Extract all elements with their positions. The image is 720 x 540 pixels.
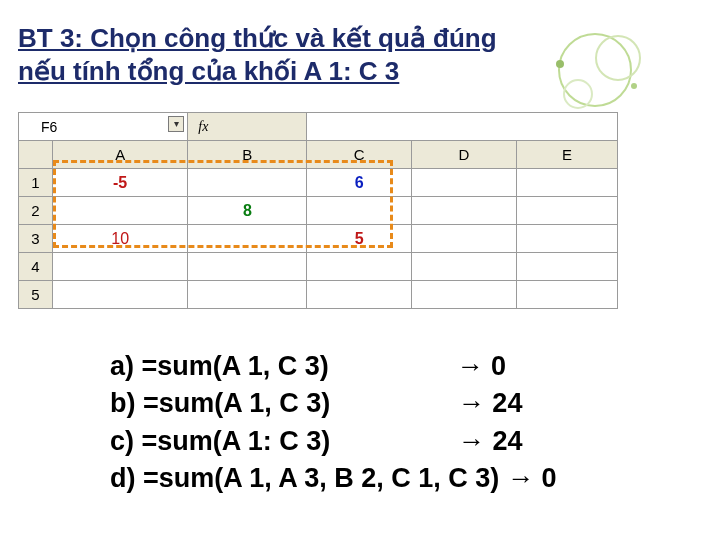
- arrow-icon: →: [507, 463, 534, 493]
- formula-bar: F6 ▾ fx: [19, 113, 618, 141]
- cell-D2[interactable]: [412, 197, 517, 225]
- answer-c: c) =sum(A 1: C 3) → 24: [110, 423, 556, 460]
- cell-E4[interactable]: [516, 253, 617, 281]
- cell-C1[interactable]: 6: [307, 169, 412, 197]
- answer-options: a) =sum(A 1, C 3) → 0 b) =sum(A 1, C 3) …: [110, 348, 556, 497]
- fx-label: fx: [188, 113, 307, 141]
- col-header-A[interactable]: A: [53, 141, 188, 169]
- row-3: 3 10 5: [19, 225, 618, 253]
- answer-a: a) =sum(A 1, C 3) → 0: [110, 348, 556, 385]
- cell-B5[interactable]: [188, 281, 307, 309]
- chevron-down-icon[interactable]: ▾: [168, 116, 184, 132]
- row-1: 1 -5 6: [19, 169, 618, 197]
- formula-input[interactable]: [307, 113, 618, 141]
- arrow-icon: →: [458, 426, 485, 456]
- row-header-4[interactable]: 4: [19, 253, 53, 281]
- svg-point-0: [559, 34, 631, 106]
- cell-A2[interactable]: [53, 197, 188, 225]
- row-5: 5: [19, 281, 618, 309]
- arrow-icon: →: [456, 351, 483, 381]
- name-box[interactable]: F6 ▾: [19, 113, 188, 141]
- cell-E1[interactable]: [516, 169, 617, 197]
- cell-A4[interactable]: [53, 253, 188, 281]
- question-title: BT 3: Chọn công thức và kết quả đúng nếu…: [18, 22, 538, 87]
- cell-E5[interactable]: [516, 281, 617, 309]
- spreadsheet: F6 ▾ fx A B C D E 1 -5 6 2 8: [18, 112, 618, 309]
- col-header-D[interactable]: D: [412, 141, 517, 169]
- cell-A5[interactable]: [53, 281, 188, 309]
- cell-D3[interactable]: [412, 225, 517, 253]
- row-header-5[interactable]: 5: [19, 281, 53, 309]
- cell-E3[interactable]: [516, 225, 617, 253]
- cell-B3[interactable]: [188, 225, 307, 253]
- arrow-icon: →: [458, 388, 485, 418]
- corner-cell[interactable]: [19, 141, 53, 169]
- svg-point-4: [631, 83, 637, 89]
- cell-D4[interactable]: [412, 253, 517, 281]
- cell-C4[interactable]: [307, 253, 412, 281]
- svg-point-3: [556, 60, 564, 68]
- cell-B1[interactable]: [188, 169, 307, 197]
- column-headers: A B C D E: [19, 141, 618, 169]
- cell-D1[interactable]: [412, 169, 517, 197]
- col-header-B[interactable]: B: [188, 141, 307, 169]
- cell-A3[interactable]: 10: [53, 225, 188, 253]
- col-header-E[interactable]: E: [516, 141, 617, 169]
- row-header-3[interactable]: 3: [19, 225, 53, 253]
- col-header-C[interactable]: C: [307, 141, 412, 169]
- answer-b: b) =sum(A 1, C 3) → 24: [110, 385, 556, 422]
- cell-B2[interactable]: 8: [188, 197, 307, 225]
- cell-E2[interactable]: [516, 197, 617, 225]
- cell-B4[interactable]: [188, 253, 307, 281]
- row-header-1[interactable]: 1: [19, 169, 53, 197]
- cell-C2[interactable]: [307, 197, 412, 225]
- cell-A1[interactable]: -5: [53, 169, 188, 197]
- name-box-value: F6: [41, 119, 57, 135]
- answer-d: d) =sum(A 1, A 3, B 2, C 1, C 3) → 0: [110, 460, 556, 497]
- row-4: 4: [19, 253, 618, 281]
- cell-C3[interactable]: 5: [307, 225, 412, 253]
- row-header-2[interactable]: 2: [19, 197, 53, 225]
- cell-C5[interactable]: [307, 281, 412, 309]
- row-2: 2 8: [19, 197, 618, 225]
- cell-D5[interactable]: [412, 281, 517, 309]
